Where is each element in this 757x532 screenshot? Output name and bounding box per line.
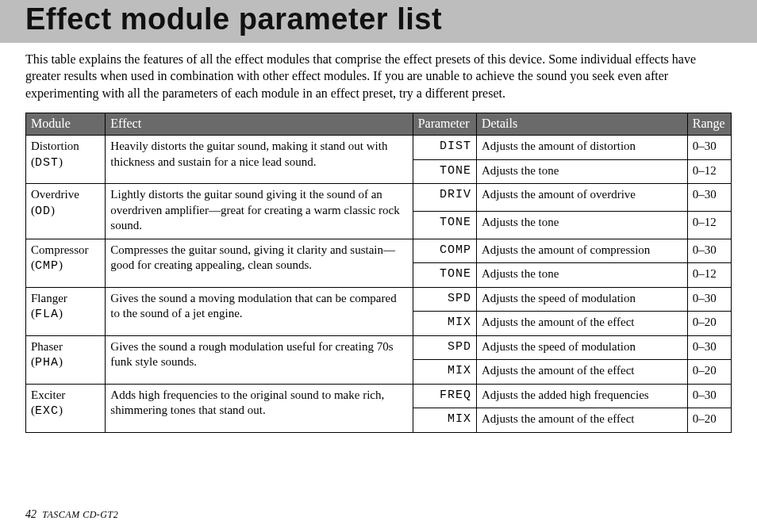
module-cell: Overdrive(OD) — [26, 184, 106, 239]
module-name: Overdrive — [31, 187, 100, 203]
parameter-details: Adjusts the amount of overdrive — [476, 184, 687, 212]
col-header-range: Range — [687, 113, 731, 136]
module-code-text: FLA — [35, 308, 59, 321]
parameter-range: 0–12 — [687, 211, 731, 239]
effect-description: Adds high frequencies to the original so… — [106, 384, 413, 432]
parameter-name: TONE — [413, 211, 476, 239]
module-code-text: EXC — [35, 404, 59, 418]
title-banner: Effect module parameter list — [0, 0, 757, 43]
parameter-name: TONE — [413, 263, 476, 288]
module-cell: Phaser(PHA) — [26, 335, 106, 384]
parameter-range: 0–12 — [687, 159, 731, 184]
col-header-details: Details — [476, 113, 687, 136]
table-row: Phaser(PHA)Gives the sound a rough modul… — [26, 335, 732, 360]
parameter-range: 0–30 — [687, 136, 731, 160]
effect-modules-table: Module Effect Parameter Details Range Di… — [25, 113, 732, 432]
table-row: Flanger(FLA)Gives the sound a moving mod… — [26, 287, 732, 312]
parameter-name: DIST — [413, 136, 476, 160]
parameter-details: Adjusts the speed of modulation — [476, 287, 687, 312]
parameter-details: Adjusts the tone — [476, 211, 687, 239]
parameter-details: Adjusts the tone — [476, 159, 687, 184]
module-code: (PHA) — [31, 354, 100, 371]
module-cell: Compressor(CMP) — [26, 239, 106, 287]
parameter-range: 0–20 — [687, 408, 731, 433]
module-name: Phaser — [31, 339, 100, 355]
effect-description: Gives the sound a rough modulation usefu… — [106, 335, 413, 384]
table-row: Exciter(EXC)Adds high frequencies to the… — [26, 384, 732, 408]
parameter-details: Adjusts the amount of compression — [476, 239, 687, 263]
table-wrapper: Module Effect Parameter Details Range Di… — [0, 101, 757, 432]
intro-paragraph: This table explains the features of all … — [0, 43, 757, 102]
module-code-text: PHA — [35, 356, 59, 369]
parameter-range: 0–30 — [687, 184, 731, 212]
module-cell: Flanger(FLA) — [26, 287, 106, 335]
module-code-text: DST — [35, 156, 59, 170]
parameter-details: Adjusts the amount of the effect — [476, 360, 687, 385]
parameter-details: Adjusts the amount of distortion — [476, 136, 687, 160]
parameter-range: 0–30 — [687, 335, 731, 360]
module-name: Exciter — [31, 388, 100, 404]
table-header-row: Module Effect Parameter Details Range — [26, 113, 732, 136]
parameter-details: Adjusts the tone — [476, 263, 687, 288]
module-code: (EXC) — [31, 403, 100, 419]
page-footer: 42 TASCAM CD-GT2 — [25, 508, 118, 521]
document-page: Effect module parameter list This table … — [0, 0, 757, 532]
parameter-range: 0–30 — [687, 384, 731, 408]
table-row: Compressor(CMP)Compresses the guitar sou… — [26, 239, 732, 263]
module-name: Flanger — [31, 291, 100, 307]
module-code: (DST) — [31, 155, 100, 171]
col-header-parameter: Parameter — [413, 113, 476, 136]
table-row: Overdrive(OD)Lightly distorts the guitar… — [26, 184, 732, 212]
page-title: Effect module parameter list — [25, 2, 732, 38]
parameter-range: 0–30 — [687, 287, 731, 312]
module-name: Distortion — [31, 139, 100, 155]
parameter-name: FREQ — [413, 384, 476, 408]
parameter-details: Adjusts the amount of the effect — [476, 408, 687, 433]
parameter-name: DRIV — [413, 184, 476, 212]
parameter-name: MIX — [413, 312, 476, 336]
module-code-text: OD — [35, 205, 51, 218]
parameter-details: Adjusts the amount of the effect — [476, 312, 687, 336]
module-code: (FLA) — [31, 306, 100, 323]
col-header-effect: Effect — [106, 113, 413, 136]
effect-description: Compresses the guitar sound, giving it c… — [106, 239, 413, 287]
page-number: 42 — [25, 508, 37, 520]
effect-description: Heavily distorts the guitar sound, makin… — [106, 136, 413, 184]
module-name: Compressor — [31, 243, 100, 258]
parameter-details: Adjusts the added high frequencies — [476, 384, 687, 408]
parameter-name: MIX — [413, 408, 476, 433]
parameter-range: 0–20 — [687, 360, 731, 385]
parameter-name: SPD — [413, 335, 476, 360]
module-cell: Distortion(DST) — [26, 136, 106, 184]
parameter-details: Adjusts the speed of modulation — [476, 335, 687, 360]
product-name: TASCAM CD-GT2 — [42, 509, 118, 520]
parameter-range: 0–30 — [687, 239, 731, 263]
effect-description: Gives the sound a moving modulation that… — [106, 287, 413, 335]
effect-description: Lightly distorts the guitar sound giving… — [106, 184, 413, 239]
parameter-name: SPD — [413, 287, 476, 312]
module-code: (OD) — [31, 203, 100, 220]
parameter-name: COMP — [413, 239, 476, 263]
module-code: (CMP) — [31, 258, 100, 274]
table-row: Distortion(DST)Heavily distorts the guit… — [26, 136, 732, 160]
module-code-text: CMP — [35, 259, 59, 273]
parameter-range: 0–12 — [687, 263, 731, 288]
col-header-module: Module — [26, 113, 106, 136]
parameter-name: TONE — [413, 159, 476, 184]
parameter-name: MIX — [413, 360, 476, 385]
parameter-range: 0–20 — [687, 312, 731, 336]
module-cell: Exciter(EXC) — [26, 384, 106, 432]
